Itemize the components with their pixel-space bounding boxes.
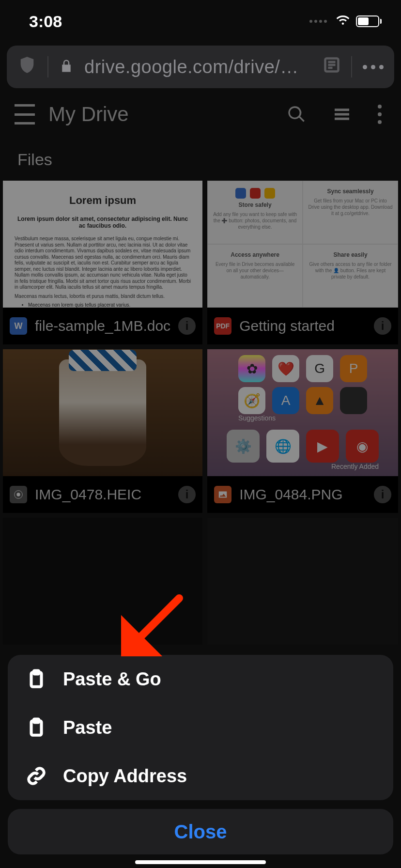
action-sheet: Paste & Go Paste Copy Address Close bbox=[8, 655, 393, 854]
info-icon[interactable]: i bbox=[374, 486, 391, 503]
shield-icon[interactable] bbox=[17, 55, 37, 79]
status-bar: 3:08 bbox=[0, 0, 401, 43]
filetype-image-icon bbox=[10, 486, 27, 503]
svg-rect-9 bbox=[34, 719, 39, 723]
drive-toolbar: My Drive bbox=[0, 91, 401, 138]
file-thumbnail bbox=[207, 518, 398, 645]
clipboard-icon bbox=[26, 717, 46, 738]
file-thumbnail: Lorem ipsum Lorem ipsum dolor sit amet, … bbox=[3, 181, 202, 308]
file-card[interactable]: Store safely Add any file you want to ke… bbox=[207, 181, 398, 344]
overflow-menu-icon[interactable] bbox=[378, 105, 382, 124]
url-text: drive.google.com/drive/mo... bbox=[84, 57, 312, 78]
more-menu-icon[interactable] bbox=[363, 65, 384, 69]
close-button[interactable]: Close bbox=[8, 809, 393, 854]
file-name: Getting started bbox=[239, 318, 366, 334]
info-icon[interactable]: i bbox=[178, 317, 196, 335]
status-time: 3:08 bbox=[29, 12, 62, 31]
section-header: Files bbox=[0, 138, 401, 181]
file-grid: Lorem ipsum Lorem ipsum dolor sit amet, … bbox=[0, 181, 401, 645]
file-card[interactable]: ✿ ❤️ G P 🧭 A ▲ ⋮⋮ Suggestions ⚙ bbox=[207, 349, 398, 513]
search-icon[interactable] bbox=[287, 105, 306, 124]
file-thumbnail bbox=[3, 518, 202, 645]
link-icon bbox=[26, 766, 46, 786]
filetype-word-icon: W bbox=[10, 317, 27, 335]
file-name: file-sample_1MB.doc bbox=[35, 318, 170, 334]
filetype-pdf-icon: PDF bbox=[214, 317, 231, 335]
battery-icon bbox=[356, 16, 382, 27]
file-thumbnail: ✿ ❤️ G P 🧭 A ▲ ⋮⋮ Suggestions ⚙ bbox=[207, 349, 398, 476]
file-thumbnail bbox=[3, 349, 202, 476]
file-name: IMG_0478.HEIC bbox=[35, 486, 170, 503]
home-indicator[interactable] bbox=[135, 860, 266, 864]
sheet-item-label: Paste & Go bbox=[63, 669, 161, 690]
file-card[interactable] bbox=[3, 518, 202, 645]
list-view-icon[interactable] bbox=[332, 105, 352, 124]
svg-rect-7 bbox=[34, 671, 39, 674]
sheet-item-label: Paste bbox=[63, 717, 112, 738]
close-label: Close bbox=[174, 821, 227, 843]
sheet-item-label: Copy Address bbox=[63, 766, 187, 787]
svg-point-5 bbox=[16, 493, 20, 496]
paste-and-go-item[interactable]: Paste & Go bbox=[8, 655, 393, 703]
clipboard-go-icon bbox=[26, 669, 46, 689]
file-thumbnail: Store safely Add any file you want to ke… bbox=[207, 181, 398, 308]
cellular-dots-icon bbox=[309, 20, 327, 23]
separator bbox=[47, 56, 48, 78]
filetype-image-icon bbox=[214, 486, 231, 503]
reader-mode-icon[interactable] bbox=[323, 56, 340, 78]
status-indicators bbox=[309, 12, 382, 31]
paste-item[interactable]: Paste bbox=[8, 703, 393, 752]
file-name: IMG_0484.PNG bbox=[239, 486, 366, 503]
lock-icon bbox=[59, 57, 74, 78]
info-icon[interactable]: i bbox=[374, 317, 391, 335]
wifi-icon bbox=[335, 12, 351, 31]
page-title: My Drive bbox=[48, 103, 287, 126]
url-bar[interactable]: drive.google.com/drive/mo... bbox=[7, 46, 394, 88]
info-icon[interactable]: i bbox=[178, 486, 196, 503]
copy-address-item[interactable]: Copy Address bbox=[8, 752, 393, 800]
file-card[interactable] bbox=[207, 518, 398, 645]
separator bbox=[351, 56, 352, 78]
file-card[interactable]: IMG_0478.HEIC i bbox=[3, 349, 202, 513]
action-sheet-group: Paste & Go Paste Copy Address bbox=[8, 655, 393, 800]
file-card[interactable]: Lorem ipsum Lorem ipsum dolor sit amet, … bbox=[3, 181, 202, 344]
hamburger-menu-icon[interactable] bbox=[15, 104, 35, 124]
